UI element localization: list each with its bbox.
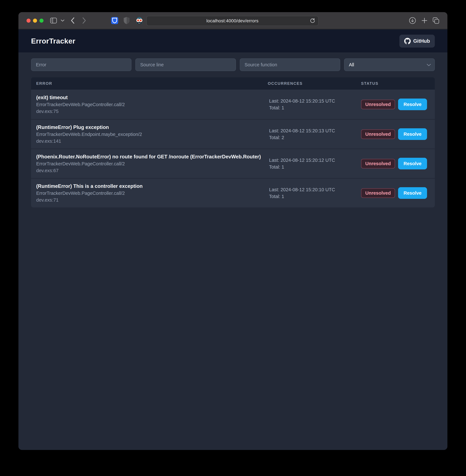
minimize-window-button[interactable]: [33, 19, 37, 23]
occurrences-cell: Last: 2024-08-12 15:20:12 UTC Total: 1: [268, 158, 361, 170]
filter-bar: All: [31, 59, 435, 71]
table-row[interactable]: (RuntimeError) Plug exception ErrorTrack…: [31, 119, 435, 149]
back-icon[interactable]: [70, 17, 75, 24]
error-cell: (RuntimeError) This is a controller exce…: [31, 179, 268, 207]
error-title: (RuntimeError) Plug exception: [36, 124, 265, 130]
last-seen: Last: 2024-08-12 15:20:10 UTC: [269, 187, 361, 192]
error-cell: (exit) timeout ErrorTrackerDevWeb.PageCo…: [31, 90, 268, 118]
error-cell: (Phoenix.Router.NoRouteError) no route f…: [31, 150, 268, 178]
browser-window: localhost:4000/dev/errors: [18, 12, 447, 450]
close-window-button[interactable]: [26, 19, 31, 23]
errors-table: Error Occurrences Status (exit) timeout …: [31, 77, 435, 207]
forward-icon[interactable]: [82, 17, 86, 24]
robot-extension-icon[interactable]: [135, 16, 144, 25]
resolve-button[interactable]: Resolve: [398, 187, 427, 199]
github-icon: [404, 38, 411, 44]
total-count: Total: 1: [269, 164, 361, 170]
column-header-error: Error: [31, 81, 268, 86]
status-badge: Unresolved: [361, 159, 395, 168]
error-filter-input[interactable]: [31, 59, 131, 71]
github-button[interactable]: GitHub: [399, 35, 435, 48]
password-manager-extension-icon[interactable]: [111, 17, 118, 24]
error-title: (RuntimeError) This is a controller exce…: [36, 183, 265, 189]
table-header: Error Occurrences Status: [31, 77, 435, 90]
column-header-status: Status: [361, 81, 435, 86]
last-seen: Last: 2024-08-12 15:20:12 UTC: [269, 158, 361, 163]
error-title: (Phoenix.Router.NoRouteError) no route f…: [36, 154, 265, 160]
occurrences-cell: Last: 2024-08-12 15:20:15 UTC Total: 1: [268, 98, 361, 110]
last-seen: Last: 2024-08-12 15:20:13 UTC: [269, 128, 361, 133]
status-cell: Unresolved Resolve: [361, 187, 435, 199]
reload-icon[interactable]: [310, 18, 315, 24]
chevron-down-icon[interactable]: [61, 19, 64, 22]
status-select[interactable]: All: [344, 59, 435, 71]
address-bar[interactable]: localhost:4000/dev/errors: [146, 16, 318, 26]
occurrences-cell: Last: 2024-08-12 15:20:13 UTC Total: 2: [268, 128, 361, 140]
url-text: localhost:4000/dev/errors: [207, 18, 258, 24]
resolve-button[interactable]: Resolve: [398, 98, 427, 110]
last-seen: Last: 2024-08-12 15:20:15 UTC: [269, 98, 361, 104]
table-row[interactable]: (RuntimeError) This is a controller exce…: [31, 178, 435, 207]
error-function: ErrorTrackerDevWeb.Endpoint.maybe_except…: [36, 132, 265, 137]
error-title: (exit) timeout: [36, 95, 265, 100]
browser-toolbar: localhost:4000/dev/errors: [18, 12, 447, 29]
error-function: ErrorTrackerDevWeb.PageController.call/2: [36, 161, 265, 167]
status-select-wrap: All: [344, 59, 435, 71]
error-file: dev.exs:71: [36, 197, 265, 203]
error-cell: (RuntimeError) Plug exception ErrorTrack…: [31, 120, 268, 148]
total-count: Total: 1: [269, 105, 361, 110]
error-file: dev.exs:141: [36, 139, 265, 144]
error-file: dev.exs:67: [36, 168, 265, 173]
select-chevron-down-icon: [427, 62, 431, 68]
table-row[interactable]: (Phoenix.Router.NoRouteError) no route f…: [31, 149, 435, 178]
tab-overview-icon[interactable]: [432, 17, 440, 24]
total-count: Total: 2: [269, 135, 361, 140]
status-badge: Unresolved: [361, 100, 395, 109]
github-button-label: GitHub: [413, 38, 430, 44]
source-line-filter-input[interactable]: [135, 59, 236, 71]
status-select-value: All: [349, 62, 354, 68]
error-function: ErrorTrackerDevWeb.PageController.call/2: [36, 190, 265, 196]
status-cell: Unresolved Resolve: [361, 158, 435, 169]
main-content: All Error Occurrences Status: [18, 52, 447, 450]
sidebar-toggle-icon[interactable]: [50, 18, 57, 24]
app-header: ErrorTracker GitHub: [18, 30, 447, 52]
zoom-window-button[interactable]: [39, 19, 44, 23]
status-cell: Unresolved Resolve: [361, 98, 435, 110]
status-cell: Unresolved Resolve: [361, 128, 435, 140]
table-row[interactable]: (exit) timeout ErrorTrackerDevWeb.PageCo…: [31, 90, 435, 119]
error-function: ErrorTrackerDevWeb.PageController.call/2: [36, 102, 265, 107]
occurrences-cell: Last: 2024-08-12 15:20:10 UTC Total: 1: [268, 187, 361, 199]
error-file: dev.exs:75: [36, 109, 265, 114]
new-tab-icon[interactable]: [421, 17, 428, 24]
shield-extension-icon[interactable]: [123, 17, 130, 24]
status-badge: Unresolved: [361, 130, 395, 139]
source-function-filter-input[interactable]: [240, 59, 340, 71]
downloads-icon[interactable]: [409, 17, 416, 24]
resolve-button[interactable]: Resolve: [398, 128, 427, 140]
resolve-button[interactable]: Resolve: [398, 158, 427, 169]
error-tracker-app: ErrorTracker GitHub All: [18, 30, 447, 450]
total-count: Total: 1: [269, 194, 361, 199]
column-header-occurrences: Occurrences: [268, 81, 361, 86]
page-title: ErrorTracker: [31, 37, 75, 45]
status-badge: Unresolved: [361, 188, 395, 198]
